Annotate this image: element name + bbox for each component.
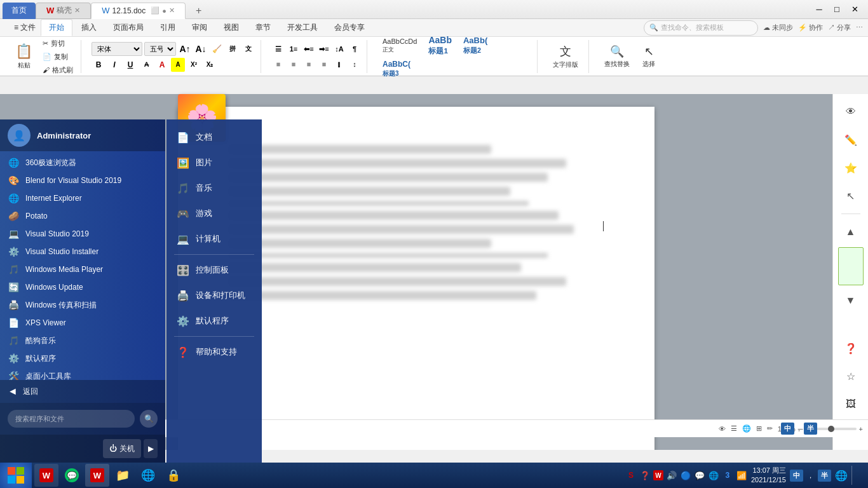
- char-variant-btn[interactable]: 文: [241, 42, 255, 56]
- menu-item-gadgets[interactable]: 🛠️ 桌面小工具库: [0, 367, 165, 380]
- taskbar-item-explorer[interactable]: 📁: [111, 464, 135, 487]
- ribbon-tab-dev[interactable]: 开发工具: [280, 20, 325, 36]
- search-box[interactable]: 🔍 查找命令、搜索模板: [644, 20, 758, 36]
- taskbar-item-wechat[interactable]: 💬: [60, 464, 84, 487]
- right-menu-control[interactable]: 🎛️ 控制面板: [166, 257, 262, 283]
- menu-item-wu[interactable]: 🔄 Windows Update: [0, 278, 165, 296]
- right-menu-devices[interactable]: 🖨️ 设备和打印机: [166, 283, 262, 308]
- find-replace-btn[interactable]: 🔍 查找替换: [599, 42, 635, 71]
- zoom-in-btn[interactable]: +: [859, 425, 863, 433]
- style-h1[interactable]: AaBb 标题1: [423, 34, 457, 57]
- tab-wps[interactable]: W 稿壳 ✕: [36, 3, 91, 19]
- minimize-btn[interactable]: ─: [811, 3, 827, 17]
- ime-chinese[interactable]: 中: [781, 423, 794, 435]
- tray-icon-network[interactable]: 📶: [736, 470, 747, 481]
- view-normal-btn[interactable]: 👁: [719, 425, 726, 433]
- format-painter-btn[interactable]: 🖌格式刷: [40, 64, 76, 76]
- right-menu-music[interactable]: 🎵 音乐: [166, 175, 262, 201]
- tool-pen[interactable]: ✏️: [838, 127, 864, 152]
- tray-icon-volume[interactable]: 🔊: [666, 470, 677, 481]
- taskbar-ime-half[interactable]: 半: [818, 470, 831, 482]
- font-color-btn[interactable]: A: [155, 58, 169, 72]
- more-btn[interactable]: ⋯: [856, 24, 863, 32]
- menu-btn[interactable]: ≡ 文件: [10, 20, 39, 36]
- indent-dec-btn[interactable]: ⬅≡: [302, 42, 316, 56]
- text-layout-btn[interactable]: 文 文字排版: [548, 41, 583, 72]
- tool-eye[interactable]: 👁: [838, 99, 864, 125]
- clock[interactable]: 13:07 周三 2021/12/15: [751, 466, 786, 485]
- bold-btn[interactable]: B: [92, 58, 105, 72]
- italic-btn[interactable]: I: [107, 58, 121, 72]
- tab-doc[interactable]: W 12.15.doc ⬜ ● ✕: [91, 3, 186, 19]
- new-tab-btn[interactable]: +: [186, 3, 212, 19]
- list-btn[interactable]: ☰: [271, 42, 285, 56]
- right-menu-computer[interactable]: 💻 计算机: [166, 226, 262, 252]
- style-h2[interactable]: AaBb( 标题2: [458, 34, 492, 57]
- menu-item-wmp[interactable]: 🎵 Windows Media Player: [0, 261, 165, 278]
- show-desktop-btn[interactable]: [851, 466, 863, 485]
- tab-home[interactable]: 首页: [3, 3, 36, 19]
- sort-btn[interactable]: ↕A: [332, 42, 346, 56]
- indent-inc-btn[interactable]: ➡≡: [317, 42, 331, 56]
- tool-help[interactable]: ❓: [838, 336, 864, 361]
- taskbar-item-wps[interactable]: W: [34, 464, 58, 487]
- tool-arrow-down[interactable]: ▼: [838, 288, 864, 313]
- menu-item-xps[interactable]: 📄 XPS Viewer: [0, 314, 165, 332]
- col-layout-btn[interactable]: ⫿: [332, 57, 346, 71]
- taskbar-item-wps-office[interactable]: W: [85, 464, 109, 487]
- ime-halfwidth[interactable]: 半: [804, 423, 817, 435]
- ribbon-tab-home[interactable]: 开始: [41, 19, 72, 36]
- menu-item-default-prog[interactable]: ⚙️ 默认程序: [0, 349, 165, 367]
- ribbon-tab-chapter[interactable]: 章节: [248, 20, 278, 36]
- maximize-btn[interactable]: □: [829, 3, 845, 17]
- font-family-select[interactable]: 宋体: [92, 42, 142, 56]
- view-web-btn[interactable]: 🌐: [742, 424, 751, 433]
- start-button[interactable]: [0, 463, 32, 488]
- right-menu-help[interactable]: ❓ 帮助和支持: [166, 339, 262, 365]
- zoom-thumb[interactable]: [828, 426, 834, 432]
- view-grid-btn[interactable]: ⊞: [756, 424, 762, 433]
- align-center-btn[interactable]: ≡: [287, 57, 301, 71]
- strikethrough-btn[interactable]: A̶: [139, 58, 153, 72]
- copy-btn[interactable]: 📄复制: [40, 51, 76, 63]
- tray-icon-chat[interactable]: 💬: [694, 470, 705, 481]
- font-size-select[interactable]: 五号: [144, 42, 176, 56]
- menu-item-360[interactable]: 🌐 360极速浏览器: [0, 154, 165, 172]
- line-spacing-btn[interactable]: ↕: [348, 57, 362, 71]
- underline-btn[interactable]: U: [123, 58, 137, 72]
- shutdown-arrow-btn[interactable]: ▶: [144, 439, 158, 458]
- superscript-btn[interactable]: X²: [187, 58, 201, 72]
- ribbon-tab-review[interactable]: 审阅: [184, 20, 215, 36]
- view-outline-btn[interactable]: ☰: [731, 424, 737, 433]
- pinyin-btn[interactable]: 拼: [226, 42, 240, 56]
- tool-star[interactable]: ⭐: [838, 155, 864, 180]
- ribbon-tab-view[interactable]: 视图: [216, 20, 247, 36]
- menu-item-vs-installer[interactable]: ⚙️ Visual Studio Installer: [0, 243, 165, 261]
- sync-btn[interactable]: ☁ 未同步: [763, 23, 793, 32]
- cut-btn[interactable]: ✂剪切: [40, 37, 76, 50]
- ribbon-tab-insert[interactable]: 插入: [74, 20, 104, 36]
- align-left-btn[interactable]: ≡: [271, 57, 285, 71]
- right-menu-default-progs[interactable]: ⚙️ 默认程序: [166, 308, 262, 334]
- font-grow-btn[interactable]: A↑: [178, 42, 192, 56]
- menu-item-kugou[interactable]: 🎵 酷狗音乐: [0, 332, 165, 349]
- menu-item-potato[interactable]: 🥔 Potato: [0, 207, 165, 225]
- menu-item-ie[interactable]: 🌐 Internet Explorer: [0, 189, 165, 207]
- right-menu-docs[interactable]: 📄 文档: [166, 125, 262, 150]
- tool-star2[interactable]: ☆: [838, 363, 864, 389]
- font-shrink-btn[interactable]: A↓: [194, 42, 208, 56]
- menu-item-fax[interactable]: 🖨️ Windows 传真和扫描: [0, 296, 165, 314]
- tray-icon-vpn[interactable]: 🌐: [708, 470, 719, 481]
- ribbon-tab-ref[interactable]: 引用: [153, 20, 183, 36]
- tray-icon-question[interactable]: ❓: [639, 470, 651, 481]
- num-list-btn[interactable]: 1≡: [287, 42, 301, 56]
- highlight-btn[interactable]: A: [171, 58, 185, 72]
- tool-image[interactable]: 🖼: [838, 391, 864, 417]
- close-btn[interactable]: ✕: [846, 3, 863, 17]
- tray-icon-360[interactable]: 3: [722, 470, 733, 481]
- share-btn[interactable]: ↗ 分享: [828, 23, 851, 32]
- tool-arrow-up[interactable]: ▲: [838, 219, 864, 245]
- ribbon-tab-vip[interactable]: 会员专享: [327, 20, 372, 36]
- taskbar-item-chrome[interactable]: 🌐: [136, 464, 160, 487]
- menu-item-blend[interactable]: 🎨 Blend for Visual Studio 2019: [0, 172, 165, 189]
